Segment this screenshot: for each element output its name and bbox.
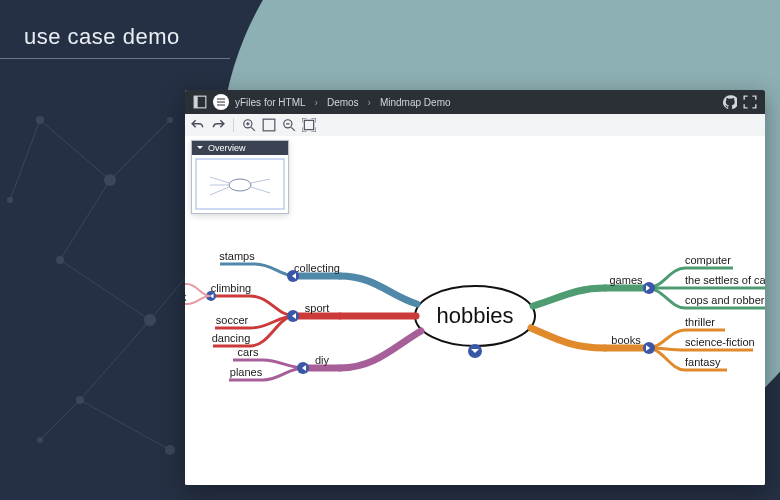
breadcrumb-separator: › <box>365 97 374 108</box>
chevron-down-icon[interactable] <box>196 144 204 152</box>
svg-line-59 <box>210 177 229 183</box>
titlebar: yFiles for HTML › Demos › Mindmap Demo <box>185 90 765 114</box>
leaf-label[interactable]: rock <box>185 292 187 303</box>
svg-line-4 <box>80 400 170 450</box>
overview-title: Overview <box>208 143 246 153</box>
leaf-label[interactable]: soccer <box>216 314 249 326</box>
collapse-icon[interactable] <box>643 342 655 354</box>
svg-line-62 <box>251 179 270 183</box>
svg-line-28 <box>291 127 295 130</box>
yworks-logo-icon <box>213 94 229 110</box>
sidebar-toggle-icon[interactable] <box>193 95 207 109</box>
title-underline <box>0 58 230 59</box>
leaf-label[interactable]: cars <box>238 346 259 358</box>
branch-label[interactable]: collecting <box>294 262 340 274</box>
svg-line-8 <box>10 120 40 200</box>
undo-button[interactable] <box>191 118 205 132</box>
svg-point-13 <box>76 396 84 404</box>
svg-point-11 <box>56 256 64 264</box>
leaf-label[interactable]: dancing <box>212 332 251 344</box>
svg-line-0 <box>40 120 110 180</box>
leaf-label[interactable]: fantasy <box>685 356 721 368</box>
breadcrumb-separator: › <box>312 97 321 108</box>
overview-viewport[interactable] <box>192 155 288 213</box>
github-icon[interactable] <box>723 95 737 109</box>
overview-panel[interactable]: Overview <box>191 140 289 214</box>
svg-point-15 <box>167 117 173 123</box>
breadcrumb-product[interactable]: yFiles for HTML <box>235 97 306 108</box>
collapse-icon[interactable] <box>287 310 299 322</box>
svg-rect-26 <box>263 119 275 131</box>
fit-button[interactable] <box>302 118 316 132</box>
svg-line-5 <box>110 120 170 180</box>
fullscreen-icon[interactable] <box>743 95 757 109</box>
svg-line-3 <box>80 320 150 400</box>
branch-label[interactable]: diy <box>315 354 330 366</box>
center-node-label: hobbies <box>436 303 513 328</box>
zoom-reset-button[interactable] <box>262 118 276 132</box>
leaf-label[interactable]: stamps <box>219 250 255 262</box>
svg-rect-57 <box>196 159 284 209</box>
svg-point-17 <box>37 437 43 443</box>
svg-rect-20 <box>194 96 198 108</box>
svg-point-58 <box>229 179 251 191</box>
svg-point-10 <box>104 174 116 186</box>
leaf-label[interactable]: cops and robbers <box>685 294 765 306</box>
branch-label[interactable]: sport <box>305 302 329 314</box>
page-title: use case demo <box>24 24 180 50</box>
expand-icon[interactable] <box>468 344 482 358</box>
zoom-out-button[interactable] <box>282 118 296 132</box>
leaf-label[interactable]: thriller <box>685 316 715 328</box>
breadcrumb-section[interactable]: Demos <box>327 97 359 108</box>
redo-button[interactable] <box>211 118 225 132</box>
svg-line-23 <box>251 127 255 130</box>
svg-point-9 <box>36 116 44 124</box>
svg-line-61 <box>210 187 229 195</box>
svg-point-12 <box>144 314 156 326</box>
svg-line-2 <box>60 260 150 320</box>
svg-line-63 <box>251 187 270 193</box>
collapse-icon[interactable] <box>643 282 655 294</box>
collapse-icon[interactable] <box>297 362 309 374</box>
toolbar-separator <box>233 118 234 132</box>
leaf-label[interactable]: the settlers of catan <box>685 274 765 286</box>
branch-label[interactable]: games <box>609 274 643 286</box>
leaf-label[interactable]: planes <box>230 366 263 378</box>
svg-point-18 <box>7 197 13 203</box>
zoom-in-button[interactable] <box>242 118 256 132</box>
collapse-icon[interactable] <box>287 270 299 282</box>
branch-label[interactable]: books <box>611 334 641 346</box>
svg-point-14 <box>165 445 175 455</box>
leaf-label[interactable]: computer <box>685 254 731 266</box>
breadcrumb-demo[interactable]: Mindmap Demo <box>380 97 451 108</box>
svg-line-1 <box>60 180 110 260</box>
app-window: yFiles for HTML › Demos › Mindmap Demo h… <box>185 90 765 485</box>
toolbar <box>185 114 765 137</box>
leaf-label[interactable]: climbing <box>211 282 251 294</box>
svg-rect-30 <box>304 120 313 129</box>
overview-header[interactable]: Overview <box>192 141 288 155</box>
svg-line-7 <box>40 400 80 440</box>
leaf-label[interactable]: science-fiction <box>685 336 755 348</box>
